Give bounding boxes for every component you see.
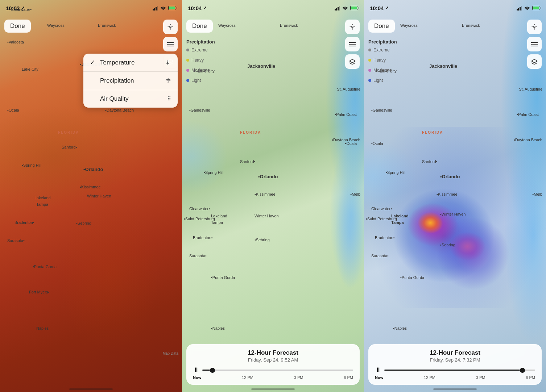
menu-item-temperature[interactable]: ✓ Temperature 🌡 <box>83 54 178 72</box>
legend-dot-moderate <box>186 69 189 72</box>
legend3-label-extreme: Extreme <box>373 47 390 53</box>
legend3-dot-light <box>368 79 371 82</box>
menu-item-precipitation[interactable]: Precipitation ☂ <box>83 72 178 90</box>
forecast-subtitle-2: Friday, Sep 24, 9:52 AM <box>193 357 353 363</box>
legend-2: Precipitation Extreme Heavy Moderate Lig… <box>186 39 215 88</box>
svg-point-9 <box>352 26 353 28</box>
status-bar-1: 10:03 ↗ <box>0 0 182 16</box>
legend-extreme: Extreme <box>186 47 215 53</box>
home-bar-1 <box>69 388 113 390</box>
slider-thumb-2[interactable] <box>210 368 215 373</box>
svg-point-18 <box>534 26 535 28</box>
menu-item-air-quality[interactable]: Air Quality ⠿ <box>83 90 178 108</box>
legend-label-moderate: Moderate <box>191 68 210 73</box>
svg-marker-17 <box>349 59 355 63</box>
location-icon-2: ↗ <box>203 5 207 11</box>
wifi-icon-1 <box>160 5 166 11</box>
status-bar-3: 10:04 ↗ <box>364 0 546 16</box>
legend-3: Precipitation Extreme Heavy Moderate Lig… <box>368 39 397 88</box>
legend-dot-light <box>186 79 189 82</box>
home-bar-2 <box>251 388 295 390</box>
legend3-extreme: Extreme <box>368 47 397 53</box>
battery-icon-2 <box>350 6 358 10</box>
right-controls-3 <box>527 20 542 69</box>
legend-light: Light <box>186 78 215 83</box>
list-button-2[interactable] <box>345 37 360 51</box>
pause-button-2[interactable]: ⏸ <box>193 366 199 374</box>
location-button-1[interactable] <box>163 20 178 34</box>
time-label-now-3: Now <box>375 375 383 380</box>
signal-icon-2 <box>335 6 340 11</box>
list-button-1[interactable] <box>163 37 178 51</box>
legend-moderate: Moderate <box>186 68 215 73</box>
legend3-dot-extreme <box>368 49 371 51</box>
slider-track-3[interactable] <box>384 370 535 371</box>
legend3-label-light: Light <box>373 78 383 83</box>
status-time-2: 10:04 ↗ <box>188 5 207 11</box>
time-label-12pm-2: 12 PM <box>242 375 253 380</box>
battery-icon-1 <box>168 6 176 10</box>
time-label-3pm-2: 3 PM <box>294 375 303 380</box>
slider-progress-3 <box>384 370 520 371</box>
legend-label-extreme: Extreme <box>191 47 208 53</box>
legend-dot-heavy <box>186 59 189 62</box>
umbrella-icon: ☂ <box>165 77 171 85</box>
wifi-icon-3 <box>524 5 530 11</box>
legend-title-2: Precipitation <box>186 39 215 45</box>
panel-air-quality: Waycross Brunswick Jacksonville •Lake Ci… <box>364 0 546 392</box>
forecast-bar-3: 12-Hour Forecast Friday, Sep 24, 7:32 PM… <box>368 344 542 385</box>
thermometer-icon: 🌡 <box>165 59 171 66</box>
legend3-light: Light <box>368 78 397 83</box>
location-button-2[interactable] <box>345 20 360 34</box>
legend3-moderate: Moderate <box>368 68 397 73</box>
wifi-icon-2 <box>342 5 348 11</box>
legend3-dot-moderate <box>368 69 371 72</box>
status-bar-2: 10:04 ↗ <box>182 0 364 16</box>
panel-precipitation: Waycross Brunswick Jacksonville •Lake Ci… <box>182 0 364 392</box>
menu-label-temperature: Temperature <box>100 59 135 66</box>
done-button-1[interactable]: Done <box>4 20 31 33</box>
time-label-3pm-3: 3 PM <box>476 375 485 380</box>
forecast-title-2: 12-Hour Forecast <box>193 349 353 356</box>
layer-menu: ✓ Temperature 🌡 Precipitation ☂ Air Qual… <box>83 54 178 108</box>
location-button-3[interactable] <box>527 20 542 34</box>
legend3-label-moderate: Moderate <box>373 68 392 73</box>
layers-button-3[interactable] <box>527 54 542 69</box>
battery-icon-3 <box>532 6 540 10</box>
svg-point-0 <box>170 26 171 28</box>
done-button-2[interactable]: Done <box>186 20 213 33</box>
time-label-6pm-2: 6 PM <box>344 375 353 380</box>
menu-label-air-quality: Air Quality <box>100 95 128 103</box>
timeline-slider-3: ⏸ <box>375 366 535 374</box>
list-button-3[interactable] <box>527 37 542 51</box>
slider-progress-2 <box>202 370 210 371</box>
checkmark-temperature: ✓ <box>90 59 97 66</box>
time-labels-3: Now 12 PM 3 PM 6 PM <box>375 375 535 380</box>
slider-thumb-3[interactable] <box>520 368 525 373</box>
legend3-dot-heavy <box>368 59 371 62</box>
status-time-1: 10:03 ↗ <box>6 5 25 11</box>
time-labels-2: Now 12 PM 3 PM 6 PM <box>193 375 353 380</box>
right-controls-2 <box>345 20 360 69</box>
legend-label-light: Light <box>191 78 201 83</box>
forecast-bar-2: 12-Hour Forecast Friday, Sep 24, 9:52 AM… <box>186 344 360 385</box>
status-time-3: 10:04 ↗ <box>370 5 389 11</box>
layers-button-2[interactable] <box>345 54 360 69</box>
legend-label-heavy: Heavy <box>191 58 204 63</box>
forecast-title-3: 12-Hour Forecast <box>375 349 535 356</box>
done-button-3[interactable]: Done <box>368 20 395 33</box>
legend3-label-heavy: Heavy <box>373 58 386 63</box>
legend-dot-extreme <box>186 49 189 51</box>
panel-temperature: Waycross Brunswick •Valdosta •Jacksonvil… <box>0 0 182 392</box>
slider-track-2[interactable] <box>202 370 353 371</box>
location-icon-3: ↗ <box>385 5 389 11</box>
signal-icon-1 <box>153 6 158 11</box>
time-label-now-2: Now <box>193 375 201 380</box>
timeline-slider-2: ⏸ <box>193 366 353 374</box>
legend3-heavy: Heavy <box>368 58 397 63</box>
signal-icon-3 <box>517 6 522 11</box>
location-icon-1: ↗ <box>21 5 25 11</box>
pause-button-3[interactable]: ⏸ <box>375 366 381 374</box>
status-icons-1 <box>153 5 176 11</box>
time-label-12pm-3: 12 PM <box>424 375 435 380</box>
